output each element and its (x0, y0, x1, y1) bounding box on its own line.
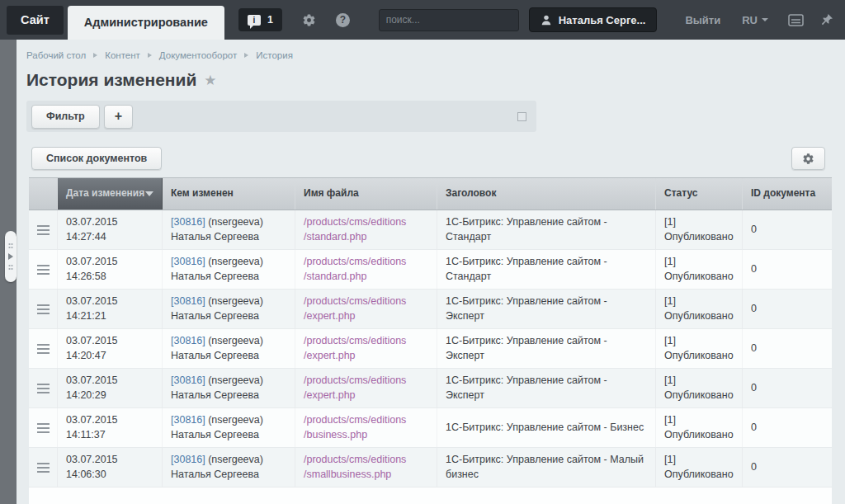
column-label: Дата изменения (66, 188, 144, 200)
user-line: [30816] (nsergeeva) (171, 374, 286, 389)
settings-gear-icon[interactable] (302, 13, 316, 27)
user-id-link[interactable]: [30816] (171, 335, 205, 346)
tab-site[interactable]: Сайт (7, 6, 64, 35)
file-cell: /products/cms/editions /expert.php (295, 369, 437, 407)
table-row[interactable]: 03.07.2015 14:11:37 [30816] (nsergeeva) … (29, 408, 832, 448)
breadcrumb-separator-icon (244, 53, 248, 58)
user-cell: [30816] (nsergeeva) Наталья Сергеева (163, 408, 295, 447)
search-input[interactable] (386, 14, 514, 26)
date-cell: 03.07.2015 14:21:21 (58, 290, 163, 328)
column-label: Имя файла (304, 188, 359, 200)
table-row[interactable]: 03.07.2015 14:20:47 [30816] (nsergeeva) … (29, 329, 832, 369)
column-header-filename[interactable]: Имя файла (295, 178, 437, 210)
user-fullname: Наталья Сергеева (171, 270, 286, 285)
document-id: 0 (751, 381, 824, 396)
drag-handle-icon[interactable] (37, 423, 50, 433)
file-name-link[interactable]: /standard.php (304, 270, 428, 285)
file-path-link[interactable]: /products/cms/editions (304, 255, 428, 270)
file-cell: /products/cms/editions /standard.php (295, 250, 437, 289)
row-drag-cell (29, 329, 58, 368)
language-selector[interactable]: RU (742, 14, 768, 26)
table-row[interactable]: 03.07.2015 14:21:21 [30816] (nsergeeva) … (29, 290, 832, 329)
user-line: [30816] (nsergeeva) (171, 453, 286, 468)
doc-id-cell: 0 (743, 210, 832, 249)
user-login: (nsergeeva) (208, 335, 263, 346)
drag-handle-icon[interactable] (37, 384, 50, 393)
grid-settings-button[interactable] (791, 147, 825, 170)
breadcrumb-item-history[interactable]: История (256, 50, 293, 60)
column-header-status[interactable]: Статус (656, 178, 743, 210)
file-name-link[interactable]: /business.php (304, 428, 428, 443)
user-login: (nsergeeva) (208, 374, 263, 386)
help-icon[interactable]: ? (336, 13, 350, 27)
column-header-title[interactable]: Заголовок (437, 178, 656, 210)
user-fullname: Наталья Сергеева (171, 309, 286, 324)
drag-handle-icon[interactable] (37, 344, 50, 354)
document-id: 0 (751, 460, 824, 475)
file-path-link[interactable]: /products/cms/editions (304, 215, 428, 230)
user-login: (nsergeeva) (208, 454, 263, 465)
change-time: 14:21:21 (66, 309, 153, 324)
filter-settings-icon[interactable] (517, 112, 526, 121)
file-path-link[interactable]: /products/cms/editions (304, 374, 428, 389)
user-id-link[interactable]: [30816] (171, 295, 205, 307)
change-date: 03.07.2015 (66, 374, 153, 389)
file-name-link[interactable]: /standard.php (304, 230, 428, 245)
table-row[interactable]: 03.07.2015 14:20:29 [30816] (nsergeeva) … (29, 369, 832, 408)
current-user-button[interactable]: Наталья Серге... (529, 7, 658, 32)
file-name-link[interactable]: /expert.php (304, 309, 428, 324)
user-fullname: Наталья Сергеева (171, 428, 286, 443)
status-cell: [1] Опубликовано (656, 369, 743, 407)
table-row[interactable]: 03.07.2015 14:27:44 [30816] (nsergeeva) … (29, 210, 832, 250)
document-list-tab[interactable]: Список документов (31, 147, 162, 170)
user-id-link[interactable]: [30816] (171, 454, 205, 465)
grid-toolbar: Список документов (29, 144, 832, 177)
row-drag-cell (29, 448, 58, 487)
column-header-date[interactable]: Дата изменения (58, 178, 163, 210)
breadcrumb-item-content[interactable]: Контент (105, 50, 140, 60)
user-id-link[interactable]: [30816] (171, 216, 205, 228)
favorite-star-icon[interactable]: ★ (204, 72, 216, 89)
collapsed-sidebar (0, 40, 17, 504)
drag-handle-icon[interactable] (37, 463, 50, 473)
file-name-link[interactable]: /smallbusiness.php (304, 468, 428, 483)
drag-handle-icon[interactable] (37, 225, 50, 235)
file-path-link[interactable]: /products/cms/editions (304, 413, 428, 428)
date-cell: 03.07.2015 14:06:30 (58, 448, 163, 487)
change-time: 14:27:44 (66, 230, 153, 245)
drag-handle-icon[interactable] (37, 304, 50, 314)
top-bar: Сайт Администрирование i 1 ? Наталья Сер… (0, 0, 845, 40)
user-id-link[interactable]: [30816] (171, 374, 205, 386)
pin-icon[interactable] (820, 13, 833, 26)
title-cell: 1С-Битрикс: Управление сайтом - Бизнес (437, 408, 656, 447)
sidebar-toggle[interactable] (5, 231, 17, 282)
language-label: RU (742, 14, 758, 26)
breadcrumb-item-workflow[interactable]: Документооборот (159, 50, 237, 60)
column-header-modified-by[interactable]: Кем изменен (163, 178, 295, 210)
file-path-link[interactable]: /products/cms/editions (304, 294, 428, 309)
add-filter-button[interactable]: + (104, 105, 133, 129)
user-login: (nsergeeva) (208, 216, 263, 228)
breadcrumb-item-desktop[interactable]: Рабочий стол (26, 50, 86, 60)
user-id-link[interactable]: [30816] (171, 256, 205, 267)
table-row[interactable]: 03.07.2015 14:06:30 [30816] (nsergeeva) … (29, 448, 832, 488)
doc-id-cell: 0 (743, 369, 832, 407)
user-id-link[interactable]: [30816] (171, 414, 205, 426)
drag-handle-icon[interactable] (37, 265, 50, 275)
file-name-link[interactable]: /expert.php (304, 349, 428, 364)
file-path-link[interactable]: /products/cms/editions (304, 334, 428, 349)
file-name-link[interactable]: /expert.php (304, 389, 428, 403)
notifications-button[interactable]: i 1 (238, 8, 282, 31)
logout-link[interactable]: Выйти (685, 14, 720, 26)
column-label: ID документа (751, 188, 815, 200)
table-row[interactable]: 03.07.2015 14:26:58 [30816] (nsergeeva) … (29, 250, 832, 290)
column-header-doc-id[interactable]: ID документа (743, 178, 832, 210)
drag-dots-icon (8, 264, 13, 271)
gear-icon (802, 153, 814, 165)
change-time: 14:26:58 (66, 270, 153, 285)
hotkeys-panel-icon[interactable] (788, 14, 804, 26)
file-path-link[interactable]: /products/cms/editions (304, 453, 428, 468)
document-title: 1С-Битрикс: Управление сайтом - Эксперт (446, 334, 647, 363)
filter-button[interactable]: Фильтр (31, 105, 100, 129)
tab-administration[interactable]: Администрирование (68, 6, 224, 40)
